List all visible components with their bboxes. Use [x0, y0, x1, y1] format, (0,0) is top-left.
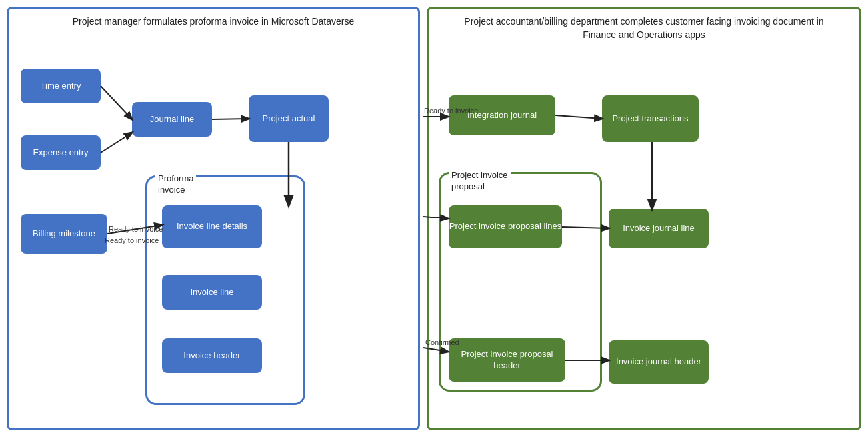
project-invoice-proposal-header-box: Project invoice proposal header — [449, 338, 565, 382]
right-panel-title: Project accountant/billing department co… — [435, 15, 853, 41]
project-transactions-box: Project transactions — [602, 95, 699, 142]
integration-journal-box: Integration journal — [449, 95, 555, 135]
left-panel: Project manager formulates proforma invo… — [7, 7, 420, 430]
ready-to-invoice-label-left: Ready to invoice — [109, 225, 163, 233]
project-actual-box: Project actual — [249, 95, 329, 142]
ready-to-invoice-billing: Ready to invoice — [105, 236, 159, 244]
proposal-label: Project invoiceproposal — [449, 170, 511, 193]
invoice-journal-line-box: Invoice journal line — [609, 209, 709, 248]
journal-line-box: Journal line — [132, 102, 212, 137]
time-entry-box: Time entry — [21, 69, 101, 103]
left-panel-title: Project manager formulates proforma invo… — [15, 15, 411, 29]
invoice-journal-header-box: Invoice journal header — [609, 340, 709, 384]
invoice-header-box: Invoice header — [162, 338, 262, 373]
right-panel: Project accountant/billing department co… — [427, 7, 861, 430]
invoice-line-details-box: Invoice line details — [162, 205, 262, 248]
main-container: Project manager formulates proforma invo… — [0, 0, 868, 437]
proforma-label: Proformainvoice — [155, 173, 196, 196]
expense-entry-box: Expense entry — [21, 135, 101, 170]
invoice-line-box: Invoice line — [162, 275, 262, 310]
project-invoice-proposal-lines-box: Project invoice proposal lines — [449, 205, 562, 248]
billing-milestone-box: Billing milestone — [21, 214, 107, 254]
